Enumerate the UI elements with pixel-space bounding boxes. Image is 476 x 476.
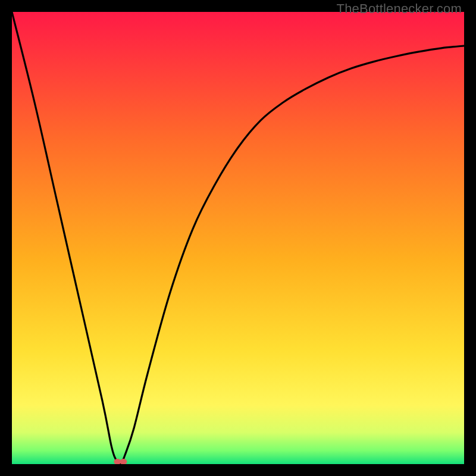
watermark-text: TheBottlenecker.com [337,1,462,17]
gradient-background [12,12,464,464]
chart-svg [12,12,464,464]
chart-frame [12,12,464,464]
